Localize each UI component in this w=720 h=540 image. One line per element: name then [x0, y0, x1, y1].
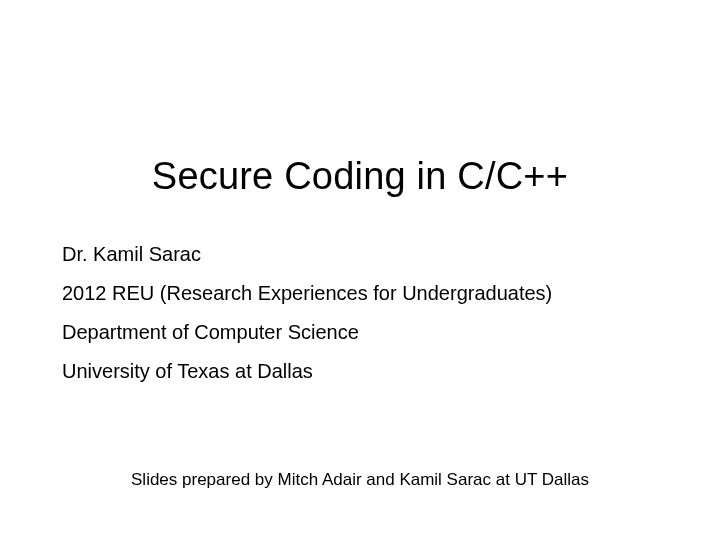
slide-title: Secure Coding in C/C++ — [62, 0, 658, 236]
author-line: Dr. Kamil Sarac — [62, 236, 658, 273]
slide-content: Dr. Kamil Sarac 2012 REU (Research Exper… — [62, 236, 658, 390]
program-line: 2012 REU (Research Experiences for Under… — [62, 275, 658, 312]
slide-footer: Slides prepared by Mitch Adair and Kamil… — [0, 470, 720, 490]
department-line: Department of Computer Science — [62, 314, 658, 351]
university-line: University of Texas at Dallas — [62, 353, 658, 390]
slide-container: Secure Coding in C/C++ Dr. Kamil Sarac 2… — [0, 0, 720, 540]
